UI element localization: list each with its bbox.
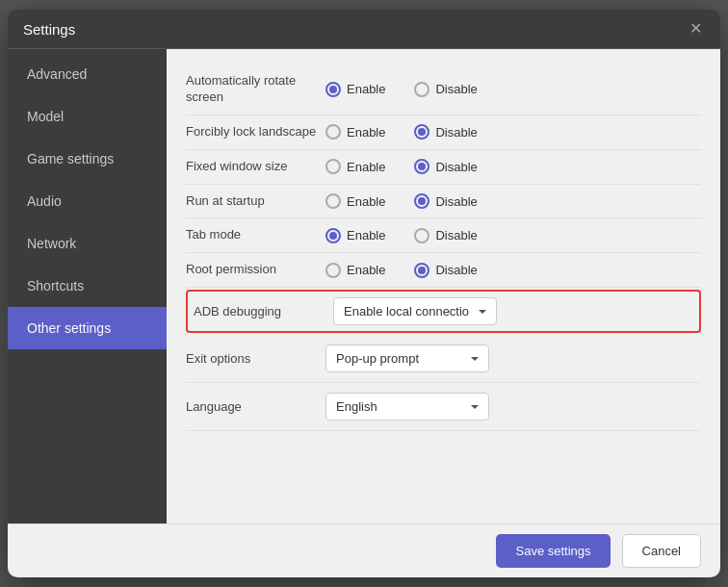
main-panel: Automatically rotate screen Enable Disab… xyxy=(167,49,720,523)
radio-auto-rotate-disable[interactable]: Disable xyxy=(414,82,477,97)
radio-forcibly-lock-enable[interactable]: Enable xyxy=(325,124,385,140)
row-root-permission: Root permission Enable Disable xyxy=(186,253,701,288)
radio-circle-disable xyxy=(414,228,429,243)
radio-circle-enable xyxy=(325,193,341,209)
radio-circle-disable xyxy=(414,124,429,140)
row-fixed-window: Fixed window size Enable Disable xyxy=(186,150,701,185)
exit-dropdown[interactable]: Pop-up prompt Minimize Exit xyxy=(325,345,489,372)
dialog-title: Settings xyxy=(23,21,75,38)
radio-fixed-window-enable[interactable]: Enable xyxy=(325,159,385,174)
row-auto-rotate: Automatically rotate screen Enable Disab… xyxy=(186,64,701,115)
radio-root-permission-enable[interactable]: Enable xyxy=(325,263,385,278)
row-forcibly-lock: Forcibly lock landscape Enable Disable xyxy=(186,115,701,150)
radio-run-startup-enable[interactable]: Enable xyxy=(325,193,385,209)
label-run-startup: Run at startup xyxy=(186,193,325,210)
sidebar-item-other-settings[interactable]: Other settings xyxy=(8,307,167,349)
radio-root-permission-disable[interactable]: Disable xyxy=(414,263,477,278)
radio-group-fixed-window: Enable Disable xyxy=(325,159,478,174)
sidebar-item-model[interactable]: Model xyxy=(8,95,167,138)
radio-auto-rotate-enable[interactable]: Enable xyxy=(325,82,385,97)
sidebar-item-advanced[interactable]: Advanced xyxy=(8,53,167,95)
radio-circle-disable xyxy=(414,159,429,174)
content-area: Advanced Model Game settings Audio Netwo… xyxy=(8,49,720,523)
sidebar-item-audio[interactable]: Audio xyxy=(8,180,167,222)
radio-circle-enable xyxy=(325,82,341,97)
cancel-button[interactable]: Cancel xyxy=(622,534,701,568)
radio-circle-disable xyxy=(414,82,429,97)
label-exit: Exit options xyxy=(186,351,325,366)
radio-circle-enable xyxy=(325,124,341,140)
radio-group-root-permission: Enable Disable xyxy=(325,263,478,278)
label-forcibly-lock: Forcibly lock landscape xyxy=(186,124,325,140)
radio-group-tab-mode: Enable Disable xyxy=(325,228,478,243)
radio-circle-enable xyxy=(325,228,341,243)
title-bar: Settings ✕ xyxy=(8,10,720,49)
label-language: Language xyxy=(186,399,325,414)
radio-tab-mode-disable[interactable]: Disable xyxy=(414,228,477,243)
adb-dropdown[interactable]: Enable local connection Disable Enable a… xyxy=(333,297,497,325)
row-tab-mode: Tab mode Enable Disable xyxy=(186,218,701,253)
radio-circle-enable xyxy=(325,263,341,278)
close-button[interactable]: ✕ xyxy=(686,19,705,38)
radio-fixed-window-disable[interactable]: Disable xyxy=(414,159,477,174)
radio-circle-disable xyxy=(414,193,429,209)
bottom-bar: Save settings Cancel xyxy=(8,523,720,577)
label-tab-mode: Tab mode xyxy=(186,227,325,243)
sidebar-item-game-settings[interactable]: Game settings xyxy=(8,138,167,180)
radio-circle-enable xyxy=(325,159,341,174)
radio-tab-mode-enable[interactable]: Enable xyxy=(325,228,385,243)
radio-forcibly-lock-disable[interactable]: Disable xyxy=(414,124,477,140)
radio-circle-disable xyxy=(414,263,429,278)
radio-group-auto-rotate: Enable Disable xyxy=(325,82,478,97)
sidebar-item-network[interactable]: Network xyxy=(8,222,167,265)
label-adb: ADB debugging xyxy=(194,304,333,319)
radio-group-forcibly-lock: Enable Disable xyxy=(325,124,478,140)
label-fixed-window: Fixed window size xyxy=(186,159,325,175)
radio-group-run-startup: Enable Disable xyxy=(325,193,478,209)
sidebar-item-shortcuts[interactable]: Shortcuts xyxy=(8,265,167,307)
row-language: Language English Chinese Spanish xyxy=(186,383,701,431)
label-root-permission: Root permission xyxy=(186,262,325,278)
row-adb-debugging-highlighted: ADB debugging Enable local connection Di… xyxy=(186,290,701,333)
row-run-startup: Run at startup Enable Disable xyxy=(186,185,701,219)
radio-run-startup-disable[interactable]: Disable xyxy=(414,193,477,209)
language-dropdown[interactable]: English Chinese Spanish xyxy=(325,393,489,421)
row-exit-options: Exit options Pop-up prompt Minimize Exit xyxy=(186,335,701,383)
label-auto-rotate: Automatically rotate screen xyxy=(186,73,325,106)
settings-dialog: Settings ✕ Advanced Model Game settings … xyxy=(8,10,720,577)
save-button[interactable]: Save settings xyxy=(496,534,610,568)
sidebar: Advanced Model Game settings Audio Netwo… xyxy=(8,49,167,523)
